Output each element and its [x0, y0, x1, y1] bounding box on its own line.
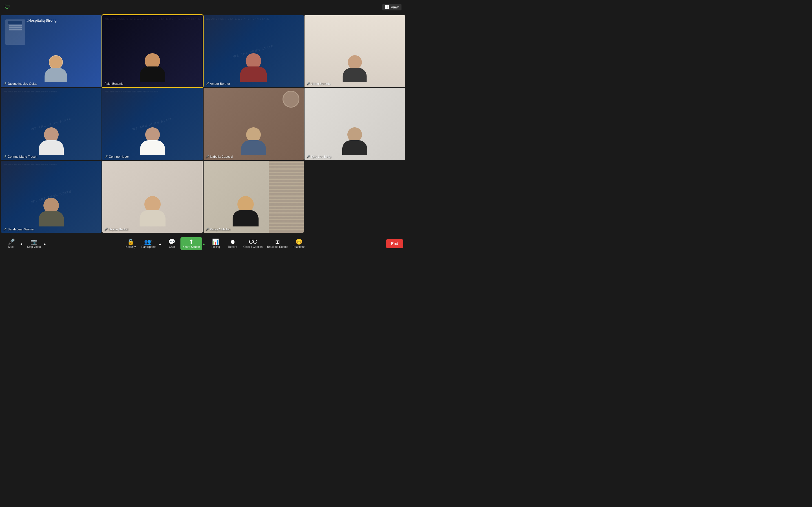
toolbar-right: End	[382, 239, 403, 248]
view-label: View	[391, 5, 399, 9]
video-tile-jillian[interactable]: 🎤 Jillian Berardo	[305, 15, 405, 87]
security-icon: 🔒	[127, 239, 134, 244]
video-tile-empty	[305, 161, 405, 233]
mic-muted-3: 🎤	[206, 82, 209, 85]
mic-icon-1: 🎤	[3, 82, 6, 85]
tile-bg-2: WE ARE PENN STATE WE ARE PENN STATE WE A…	[102, 15, 203, 87]
tile-bg-11	[204, 161, 304, 233]
participants-icon: 👥11	[144, 239, 154, 244]
polling-icon: 📊	[212, 239, 219, 244]
participants-chevron[interactable]: ▲	[158, 238, 163, 249]
stop-video-label: Stop Video	[27, 245, 41, 248]
mic-muted-9: 🎤	[3, 228, 6, 231]
breakout-rooms-button[interactable]: ⊞ Breakout Rooms	[265, 237, 290, 250]
tile-name-9: 🎤 Sarah Jean Warner	[3, 228, 35, 231]
mic-muted-7: 🎤	[206, 155, 209, 158]
tile-bg-5: WE ARE PENN STATE WE ARE PENN STATE	[1, 88, 101, 160]
share-screen-label: Share Screen	[183, 245, 200, 248]
record-icon: ⏺	[230, 239, 236, 244]
video-tile-jacqueline[interactable]: #HospitalityStrong 🎤 Jacqueline Joy Gola…	[1, 15, 101, 87]
security-button[interactable]: 🔒 Security	[122, 237, 139, 250]
share-screen-button[interactable]: ⬆ Share Screen	[181, 237, 202, 250]
video-tile-kyle[interactable]: 🎤 Kyle Lee Bixby	[305, 88, 405, 160]
view-button[interactable]: View	[382, 4, 402, 10]
chat-button[interactable]: 💬 Chat	[163, 237, 181, 250]
share-screen-icon: ⬆	[189, 239, 194, 244]
mute-button[interactable]: 🎤 Mute	[3, 237, 20, 250]
participants-button[interactable]: 👥11 Participants	[139, 237, 158, 250]
polling-button[interactable]: 📊 Polling	[207, 237, 224, 250]
tile-name-1: 🎤 Jacqueline Joy Golas	[3, 82, 37, 86]
tile-name-10: 🎤 Skyllar Beckel	[105, 228, 128, 231]
stop-video-button[interactable]: 📷 Stop Video	[25, 237, 43, 250]
tile-name-11: 🎤 Katey A Mallon	[206, 228, 231, 231]
tile-bg-10	[102, 161, 203, 233]
tile-name-5: 🎤 Corinne Marie Trosch	[3, 155, 37, 158]
participants-count-badge: 11	[151, 239, 154, 242]
breakout-icon: ⊞	[275, 239, 280, 244]
video-tile-corinne-marie[interactable]: WE ARE PENN STATE WE ARE PENN STATE 🎤 Co…	[1, 88, 101, 160]
tile-name-3: 🎤 Amber Bortner	[206, 82, 231, 86]
shield-icon: 🛡	[4, 4, 10, 10]
mic-muted-5: 🎤	[3, 155, 6, 158]
chat-icon: 💬	[168, 239, 175, 244]
mute-chevron[interactable]: ▲	[20, 238, 25, 249]
video-tile-amber[interactable]: WE ARE PENN STATE WE ARE PENN STATE 🎤 Am…	[204, 15, 304, 87]
closed-caption-button[interactable]: CC Closed Caption	[241, 237, 265, 250]
share-chevron[interactable]: ▲	[202, 238, 207, 249]
mic-muted-4: 🎤	[307, 82, 310, 85]
mic-muted-8: 🎤	[307, 155, 310, 158]
breakout-rooms-label: Breakout Rooms	[267, 245, 288, 248]
microphone-icon: 🎤	[8, 239, 15, 244]
tile-bg-7	[204, 88, 304, 160]
tile-name-8: 🎤 Kyle Lee Bixby	[307, 155, 332, 158]
tile-bg-3: WE ARE PENN STATE WE ARE PENN STATE	[204, 15, 304, 87]
toolbar-center: 🔒 Security 👥11 Participants ▲ 💬 Chat ⬆ S…	[122, 237, 308, 250]
toolbar-left: 🎤 Mute ▲ 📷 Stop Video ▲	[3, 237, 48, 250]
closed-caption-label: Closed Caption	[243, 245, 262, 248]
record-button[interactable]: ⏺ Record	[224, 237, 241, 250]
tile-bg-4	[305, 15, 405, 87]
tile-bg-6: WE ARE PENN STATE WE ARE PENN STATE	[102, 88, 203, 160]
tile-name-6: 🎤 Corinne Huber	[105, 155, 129, 158]
video-tile-isabella[interactable]: 🎤 Isabella Capecci	[204, 88, 304, 160]
polling-label: Polling	[211, 245, 220, 248]
video-row-3: WE ARE PENN STATE WE ARE PENN STATE 🎤 Sa…	[1, 161, 405, 233]
mic-muted-6: 🎤	[105, 155, 108, 158]
security-label: Security	[125, 245, 136, 248]
tile-name-7: 🎤 Isabella Capecci	[206, 155, 233, 158]
video-tile-skyllar[interactable]: 🎤 Skyllar Beckel	[102, 161, 203, 233]
tile-name-4: 🎤 Jillian Berardo	[307, 82, 331, 86]
tile-bg-1: #HospitalityStrong	[1, 15, 101, 87]
camera-icon: 📷	[31, 239, 38, 244]
chat-label: Chat	[169, 245, 175, 248]
video-grid: #HospitalityStrong 🎤 Jacqueline Joy Gola…	[0, 14, 406, 234]
record-label: Record	[228, 245, 237, 248]
video-tile-katey[interactable]: 🎤 Katey A Mallon	[204, 161, 304, 233]
tile-bg-8	[305, 88, 405, 160]
video-row-2: WE ARE PENN STATE WE ARE PENN STATE 🎤 Co…	[1, 88, 405, 160]
mute-label: Mute	[8, 245, 14, 248]
grid-view-icon	[385, 5, 389, 9]
reactions-button[interactable]: 😊 Reactions	[290, 237, 307, 250]
tile-name-2: Faith Busanic	[105, 82, 123, 86]
video-chevron[interactable]: ▲	[43, 238, 48, 249]
end-label: End	[391, 241, 398, 246]
tile-bg-9: WE ARE PENN STATE WE ARE PENN STATE	[1, 161, 101, 233]
video-tile-faith[interactable]: WE ARE PENN STATE WE ARE PENN STATE WE A…	[102, 15, 203, 87]
video-tile-sarah[interactable]: WE ARE PENN STATE WE ARE PENN STATE 🎤 Sa…	[1, 161, 101, 233]
mic-muted-11: 🎤	[206, 228, 209, 231]
participants-label: Participants	[142, 245, 156, 248]
video-row-1: #HospitalityStrong 🎤 Jacqueline Joy Gola…	[1, 15, 405, 87]
end-button[interactable]: End	[386, 239, 403, 248]
reactions-icon: 😊	[296, 239, 303, 244]
mic-muted-10: 🎤	[105, 228, 108, 231]
cc-icon: CC	[249, 239, 257, 244]
top-bar: 🛡 View	[0, 0, 406, 14]
reactions-label: Reactions	[293, 245, 305, 248]
toolbar: 🎤 Mute ▲ 📷 Stop Video ▲ 🔒 Security 👥11 P…	[0, 234, 406, 253]
video-tile-corinne-huber[interactable]: WE ARE PENN STATE WE ARE PENN STATE 🎤 Co…	[102, 88, 203, 160]
